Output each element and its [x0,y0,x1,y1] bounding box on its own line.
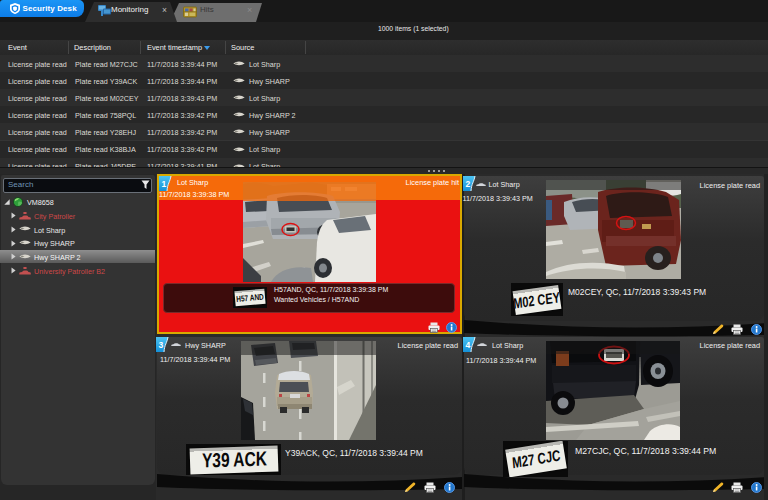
svg-text:1: 1 [162,179,167,189]
svg-text:2: 2 [466,179,471,189]
svg-text:3: 3 [159,340,164,350]
svg-text:4: 4 [466,340,471,350]
